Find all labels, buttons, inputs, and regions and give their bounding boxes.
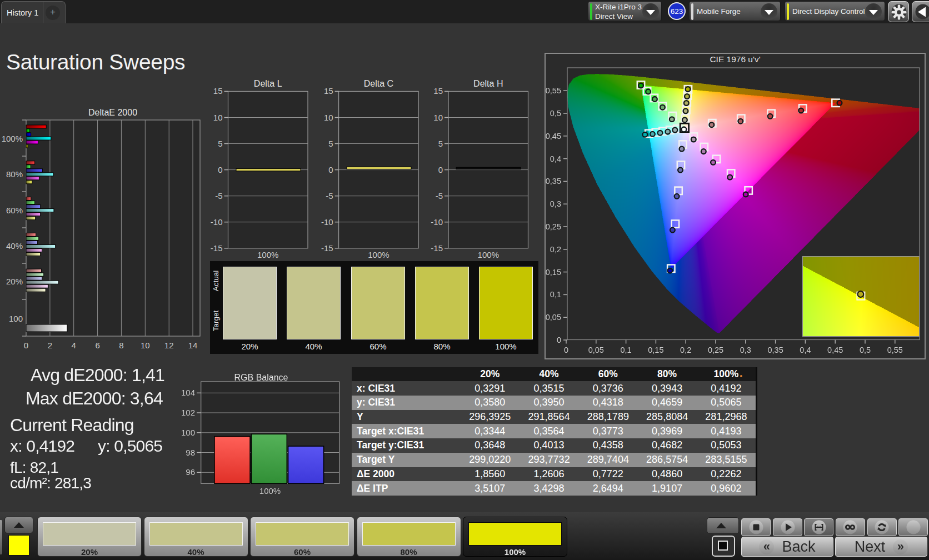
svg-text:0,55: 0,55 [887,346,903,354]
svg-text:0,35: 0,35 [546,177,561,186]
svg-text:102: 102 [181,408,195,417]
svg-text:104: 104 [181,388,195,397]
svg-text:0,2: 0,2 [680,346,691,354]
svg-text:0,1: 0,1 [621,346,632,354]
svg-text:0,25: 0,25 [546,222,561,231]
svg-text:0,55: 0,55 [546,86,561,95]
svg-text:100%: 100% [259,486,281,496]
svg-text:0,5: 0,5 [550,109,561,118]
svg-text:96: 96 [186,467,195,477]
svg-text:0,45: 0,45 [827,346,843,354]
svg-text:0,5: 0,5 [860,346,871,354]
svg-text:0,25: 0,25 [708,346,723,354]
svg-text:0,15: 0,15 [648,346,663,354]
svg-text:0: 0 [564,346,568,354]
svg-text:0: 0 [557,336,561,344]
svg-text:0,05: 0,05 [546,313,561,322]
svg-text:98: 98 [186,448,195,457]
svg-text:RGB Balance: RGB Balance [234,373,288,382]
svg-text:0,2: 0,2 [550,245,561,254]
svg-text:100: 100 [181,428,195,437]
svg-text:0,35: 0,35 [767,346,783,354]
svg-text:0,1: 0,1 [550,290,561,299]
svg-text:0,3: 0,3 [740,346,751,354]
svg-text:0,05: 0,05 [588,346,604,354]
svg-text:0,3: 0,3 [550,199,561,208]
svg-text:0,15: 0,15 [546,268,561,277]
svg-text:0,45: 0,45 [546,132,561,141]
svg-text:0,4: 0,4 [800,346,811,354]
svg-text:0,4: 0,4 [550,154,561,163]
